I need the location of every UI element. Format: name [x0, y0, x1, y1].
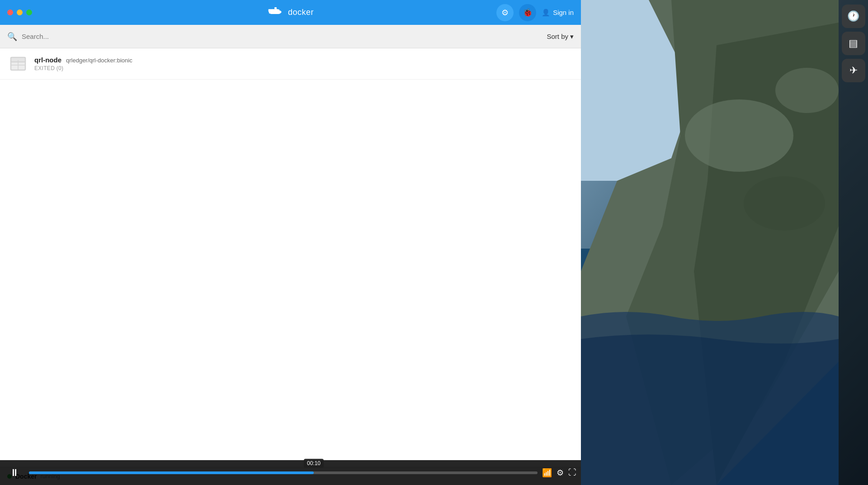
pause-icon: ⏸: [9, 467, 19, 479]
svg-point-18: [775, 68, 839, 113]
desktop-background: [581, 0, 868, 485]
container-name: qrl-node: [34, 56, 61, 64]
fullscreen-icon: ⛶: [568, 468, 576, 477]
bug-icon: 🐞: [523, 8, 533, 18]
video-progress-wrap[interactable]: 00:10: [29, 471, 538, 474]
container-icon: [9, 55, 27, 73]
dock-sidebar: 🕐 ▤ ✈: [839, 0, 868, 485]
network-button[interactable]: 🐞: [519, 4, 536, 21]
video-bar: ⏸ 00:10 📶 ⚙ ⛶: [0, 460, 581, 485]
svg-point-16: [685, 99, 793, 172]
window-controls: [7, 9, 32, 15]
signal-icon-button[interactable]: 📶: [542, 468, 552, 478]
settings-button[interactable]: ⚙: [496, 4, 514, 21]
gear-icon: ⚙: [501, 8, 509, 18]
dock-item-time[interactable]: 🕐: [842, 5, 865, 28]
docker-window: docker ⚙ 🐞 👤 Sign in 🔍 Sort by ▾: [0, 0, 581, 485]
sort-by-label: Sort by: [547, 33, 568, 40]
svg-rect-5: [274, 7, 277, 9]
sign-in-button[interactable]: 👤 Sign in: [542, 9, 574, 17]
container-image: qrledger/qrl-docker:bionic: [66, 57, 132, 64]
dock-item-layers[interactable]: ▤: [842, 32, 865, 55]
search-bar: 🔍 Sort by ▾: [0, 25, 581, 48]
right-panel: 🕐 ▤ ✈: [581, 0, 868, 485]
signal-bars-icon: 📶: [542, 468, 552, 478]
paper-plane-icon: ✈: [849, 65, 858, 76]
table-row[interactable]: qrl-node qrledger/qrl-docker:bionic EXIT…: [0, 48, 581, 80]
user-icon: 👤: [542, 9, 550, 17]
docker-logo-icon: [267, 5, 283, 21]
dock-item-send[interactable]: ✈: [842, 59, 865, 82]
app-title: docker: [288, 8, 314, 17]
search-input[interactable]: [22, 33, 547, 40]
close-button[interactable]: [7, 9, 13, 15]
container-list: qrl-node qrledger/qrl-docker:bionic EXIT…: [0, 48, 581, 467]
video-progress-fill: [29, 471, 314, 474]
pause-button[interactable]: ⏸: [5, 463, 24, 483]
video-settings-button[interactable]: ⚙: [557, 468, 564, 478]
video-right-controls: 📶 ⚙ ⛶: [542, 468, 576, 478]
video-progress-background: [29, 471, 538, 474]
sign-in-label: Sign in: [553, 9, 574, 16]
sort-by-button[interactable]: Sort by ▾: [547, 33, 574, 41]
title-bar-center: docker: [267, 5, 314, 21]
maximize-button[interactable]: [26, 9, 32, 15]
settings-icon: ⚙: [557, 468, 564, 478]
fullscreen-button[interactable]: ⛶: [568, 468, 576, 477]
chevron-down-icon: ▾: [570, 33, 574, 41]
title-bar: docker ⚙ 🐞 👤 Sign in: [0, 0, 581, 25]
minimize-button[interactable]: [17, 9, 23, 15]
layers-icon: ▤: [849, 38, 858, 49]
video-time-bubble: 00:10: [304, 459, 324, 468]
container-name-row: qrl-node qrledger/qrl-docker:bionic: [34, 56, 132, 64]
svg-point-17: [744, 176, 825, 231]
title-bar-right: ⚙ 🐞 👤 Sign in: [496, 4, 574, 21]
clock-icon: 🕐: [847, 10, 859, 22]
search-icon: 🔍: [7, 32, 17, 42]
container-status: EXITED (0): [34, 65, 132, 71]
container-info: qrl-node qrledger/qrl-docker:bionic EXIT…: [34, 56, 132, 71]
